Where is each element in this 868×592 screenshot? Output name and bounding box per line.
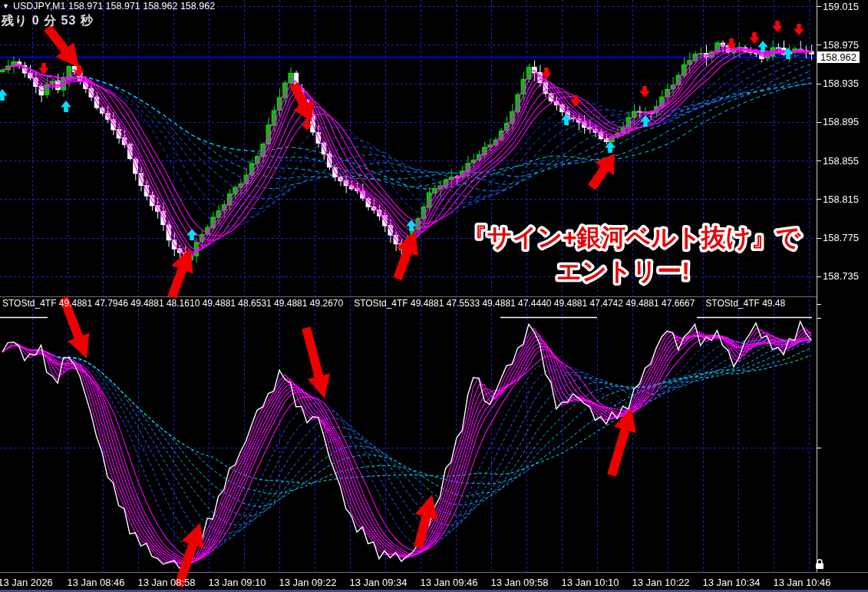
chart-canvas[interactable]	[0, 0, 868, 592]
time-tick-label: 13 Jan 09:22	[279, 577, 336, 588]
time-tick-label: 13 Jan 08:58	[137, 577, 195, 588]
price-tick-label: 158.735	[823, 270, 859, 282]
time-tick-label: 13 Jan 2026	[0, 577, 53, 588]
time-tick-label: 13 Jan 09:46	[420, 577, 477, 588]
lock-icon	[815, 558, 824, 570]
time-tick-label: 13 Jan 09:10	[208, 577, 266, 588]
indicator-label: STOStd_4TF 49.4881 47.7946 49.4881 48.16…	[2, 298, 343, 309]
time-tick-label: 13 Jan 10:10	[561, 577, 619, 588]
candle-countdown: 残り 0 分 53 秒	[2, 13, 94, 29]
price-tick-label: 158.935	[823, 78, 859, 89]
price-tick-label: 159.015	[823, 1, 859, 12]
symbol-info: ▼USDJPY,M1 158.971 158.971 158.962 158.9…	[2, 1, 215, 12]
time-tick-label: 13 Jan 08:46	[67, 577, 124, 588]
indicator-scale[interactable]: 10810050	[817, 296, 868, 572]
time-tick-label: 13 Jan 10:22	[632, 577, 689, 588]
time-tick-label: 13 Jan 09:58	[490, 577, 548, 588]
symbol-dropdown-icon: ▼	[2, 2, 9, 10]
time-tick-label: 13 Jan 10:46	[773, 577, 830, 588]
time-tick-label: 13 Jan 09:34	[349, 577, 407, 588]
current-price-label: 158.962	[817, 51, 860, 63]
indicator-label: STOStd_4TF 49.48	[705, 298, 785, 309]
time-tick-label: 13 Jan 10:34	[702, 577, 760, 588]
price-tick-label: 158.775	[823, 232, 859, 243]
mt4-chart-window: 『サイン+銀河ベルト抜け』で エントリー! ▼USDJPY,M1 158.971…	[0, 0, 868, 592]
price-tick-label: 158.815	[823, 193, 859, 205]
indicator-label: STOStd_4TF 49.4881 47.5533 49.4881 47.44…	[354, 298, 695, 309]
price-tick-label: 158.895	[823, 116, 859, 127]
time-axis[interactable]: 13 Jan 202613 Jan 08:4613 Jan 08:5813 Ja…	[0, 573, 868, 592]
price-tick-label: 158.855	[823, 155, 859, 167]
symbol-ohlc-label: USDJPY,M1 158.971 158.971 158.962 158.96…	[13, 1, 215, 12]
indicator-label-row: STOStd_4TF 49.4881 47.7946 49.4881 48.16…	[2, 298, 815, 309]
price-tick-label: 158.975	[823, 39, 859, 51]
